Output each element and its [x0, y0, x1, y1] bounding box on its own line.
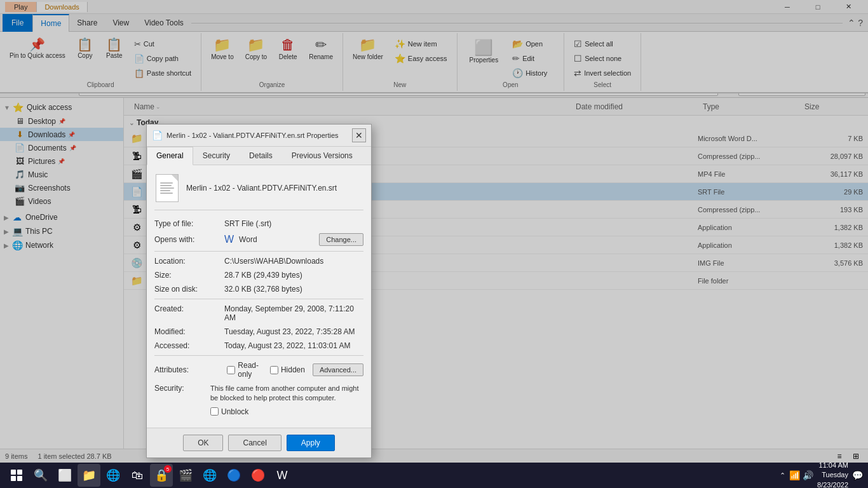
task-view-button[interactable]: ⬜ [53, 464, 76, 487]
security-text: This file came from another computer and… [210, 384, 359, 402]
svg-rect-3 [17, 476, 22, 481]
tab-security[interactable]: Security [193, 147, 240, 165]
cancel-button[interactable]: Cancel [228, 435, 281, 451]
security-right: This file came from another computer and… [210, 384, 363, 416]
accessed-row: Accessed: Today, August 23, 2022, 11:03:… [154, 341, 363, 350]
change-button[interactable]: Change... [319, 233, 363, 246]
tab-details[interactable]: Details [240, 147, 282, 165]
location-label: Location: [154, 257, 224, 266]
modified-label: Modified: [154, 327, 224, 336]
created-label: Created: [154, 304, 224, 313]
store-button[interactable]: 🛍 [126, 464, 149, 487]
dialog-footer: OK Cancel Apply [147, 428, 371, 458]
security-label: Security: [154, 384, 205, 393]
readonly-label: Read-only [238, 361, 262, 379]
opens-with-right: W Word Change... [224, 233, 363, 246]
modified-value: Tuesday, August 23, 2022, 7:35:28 AM [224, 327, 363, 336]
dialog-tabs: General Security Details Previous Versio… [147, 147, 371, 165]
dialog-body: Merlin - 1x02 - Valiant.PDTV.AFFiNiTY.en… [147, 165, 371, 428]
taskbar-clock: 11:04 AM Tuesday 8/23/2022 [817, 461, 848, 488]
opens-app: Word [239, 235, 257, 244]
volume-icon: 🔊 [803, 470, 813, 480]
dialog-close-button[interactable]: ✕ [352, 128, 366, 142]
start-button[interactable] [5, 464, 28, 487]
explorer-taskbar-button[interactable]: 📁 [78, 464, 100, 487]
type-row: Type of file: SRT File (.srt) [154, 219, 363, 228]
location-value: C:\Users\WAHAB\Downloads [224, 257, 363, 266]
dialog-overlay: 📄 Merlin - 1x02 - Valiant.PDTV.AFFiNiTY.… [0, 0, 868, 463]
svg-rect-1 [17, 470, 22, 475]
notification-icon[interactable]: 💬 [852, 470, 863, 480]
chrome-button1[interactable]: 🌐 [198, 464, 221, 487]
unblock-checkbox[interactable] [210, 407, 219, 416]
accessed-label: Accessed: [154, 341, 224, 350]
opens-with-label: Opens with: [154, 235, 224, 244]
apply-button[interactable]: Apply [287, 435, 335, 451]
attributes-row: Attributes: Read-only Hidden Advanced... [154, 361, 363, 379]
search-taskbar-button[interactable]: 🔍 [29, 464, 52, 487]
file-preview: Merlin - 1x02 - Valiant.PDTV.AFFiNiTY.en… [154, 173, 363, 210]
taskbar-right: ⌃ 📶 🔊 11:04 AM Tuesday 8/23/2022 💬 [780, 461, 868, 488]
attributes-label: Attributes: [154, 365, 219, 374]
dialog-file-name: Merlin - 1x02 - Valiant.PDTV.AFFiNiTY.en… [186, 184, 363, 193]
word-icon: W [224, 234, 234, 245]
separator-1 [154, 251, 363, 252]
properties-dialog: 📄 Merlin - 1x02 - Valiant.PDTV.AFFiNiTY.… [146, 124, 372, 458]
hidden-checkbox[interactable] [270, 366, 278, 374]
location-row: Location: C:\Users\WAHAB\Downloads [154, 257, 363, 266]
unblock-label: Unblock [221, 407, 248, 416]
svg-rect-2 [11, 476, 16, 481]
network-tray-icon: 📶 [789, 470, 800, 480]
security-row: Security: This file came from another co… [154, 384, 363, 416]
sys-tray: 📶 🔊 [789, 470, 813, 480]
size-label: Size: [154, 271, 224, 280]
taskbar: 🔍 ⬜ 📁 🌐 🛍 🔒 5 🎬 🌐 🔵 🔴 W ⌃ 📶 🔊 11:04 AM T… [0, 463, 868, 488]
tab-previous-versions[interactable]: Previous Versions [282, 147, 362, 165]
separator-3 [154, 355, 363, 356]
separator-2 [154, 299, 363, 299]
created-row: Created: Monday, September 29, 2008, 7:1… [154, 304, 363, 322]
tab-general[interactable]: General [147, 147, 193, 165]
size-value: 28.7 KB (29,439 bytes) [224, 271, 363, 280]
readonly-checkbox[interactable] [227, 366, 235, 374]
opens-with-row: Opens with: W Word Change... [154, 233, 363, 246]
size-on-disk-value: 32.0 KB (32,768 bytes) [224, 285, 363, 294]
type-value: SRT File (.srt) [224, 219, 363, 228]
mcafee-button[interactable]: 🔒 5 [150, 464, 173, 487]
modified-row: Modified: Tuesday, August 23, 2022, 7:35… [154, 327, 363, 336]
size-on-disk-row: Size on disk: 32.0 KB (32,768 bytes) [154, 285, 363, 294]
hidden-check[interactable]: Hidden [270, 365, 305, 374]
unblock-check[interactable]: Unblock [210, 407, 363, 416]
dialog-title: 📄 Merlin - 1x02 - Valiant.PDTV.AFFiNiTY.… [152, 130, 339, 140]
readonly-check[interactable]: Read-only [227, 361, 262, 379]
chrome-button2[interactable]: 🔵 [222, 464, 245, 487]
ok-button[interactable]: OK [183, 435, 223, 451]
file-preview-icon [154, 173, 180, 203]
dialog-title-text: Merlin - 1x02 - Valiant.PDTV.AFFiNiTY.en… [166, 132, 339, 139]
word-taskbar-button[interactable]: W [271, 464, 294, 487]
attributes-checks: Read-only Hidden Advanced... [227, 361, 363, 379]
size-on-disk-label: Size on disk: [154, 285, 224, 294]
accessed-value: Today, August 23, 2022, 11:03:01 AM [224, 341, 363, 350]
file-doc-icon [156, 174, 179, 202]
clock-date: Tuesday [817, 470, 848, 480]
dialog-title-icon: 📄 [152, 130, 163, 140]
clock-date2: 8/23/2022 [817, 480, 848, 488]
chrome-button3[interactable]: 🔴 [247, 464, 269, 487]
advanced-button[interactable]: Advanced... [313, 363, 363, 376]
edge-button[interactable]: 🌐 [102, 464, 125, 487]
dialog-title-bar[interactable]: 📄 Merlin - 1x02 - Valiant.PDTV.AFFiNiTY.… [147, 125, 371, 147]
hidden-label: Hidden [281, 365, 305, 374]
created-value: Monday, September 29, 2008, 7:11:20 AM [224, 304, 363, 322]
type-label: Type of file: [154, 219, 224, 228]
taskbar-left: 🔍 ⬜ 📁 🌐 🛍 🔒 5 🎬 🌐 🔵 🔴 W [0, 464, 294, 487]
vlc-button[interactable]: 🎬 [174, 464, 197, 487]
size-row: Size: 28.7 KB (29,439 bytes) [154, 271, 363, 280]
show-hidden-icon[interactable]: ⌃ [780, 471, 785, 480]
svg-rect-0 [11, 470, 16, 475]
clock-time: 11:04 AM [817, 461, 848, 470]
